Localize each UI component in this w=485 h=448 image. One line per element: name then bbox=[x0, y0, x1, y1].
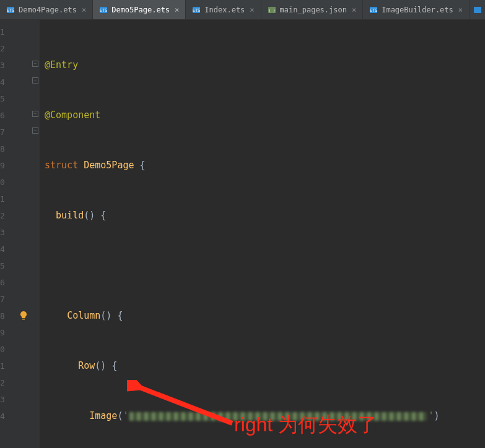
svg-text:ETS: ETS bbox=[370, 8, 378, 13]
code-area[interactable]: @Entry @Component struct Demo5Page { bui… bbox=[40, 20, 485, 448]
fold-toggle-icon[interactable]: − bbox=[32, 77, 38, 84]
parens: () bbox=[100, 308, 111, 324]
json-icon: { } bbox=[268, 6, 276, 14]
line-number: 1 bbox=[0, 191, 26, 207]
brace: { bbox=[106, 358, 117, 374]
parens: () bbox=[95, 358, 106, 374]
code-editor[interactable]: 1 2 3 4 5 6 7 8 9 0 1 2 3 4 5 6 7 8 9 0 … bbox=[0, 20, 485, 448]
file-icon: ETS bbox=[369, 6, 378, 14]
component: Row bbox=[78, 358, 95, 374]
tab-label: Index.ets bbox=[204, 6, 245, 14]
method: build bbox=[56, 207, 84, 224]
line-number: 4 bbox=[0, 408, 26, 424]
line-number: 6 bbox=[0, 274, 26, 291]
decorator: @Entry bbox=[45, 57, 78, 74]
tab-more[interactable] bbox=[470, 0, 485, 19]
file-icon bbox=[473, 6, 482, 14]
component: Column bbox=[67, 308, 100, 324]
component: Image bbox=[89, 408, 117, 424]
line-number: 9 bbox=[0, 324, 26, 341]
editor-tabs: ETS Demo4Page.ets × ETS Demo5Page.ets × … bbox=[0, 0, 485, 20]
line-number: 4 bbox=[0, 241, 26, 257]
line-number: 5 bbox=[0, 257, 26, 274]
annotation-text: right 为何失效了 bbox=[234, 411, 377, 439]
line-number: 2 bbox=[0, 374, 26, 391]
close-icon[interactable]: × bbox=[250, 6, 254, 14]
decorator: @Component bbox=[45, 107, 100, 124]
tab-label: main_pages.json bbox=[280, 6, 347, 14]
file-icon: ETS bbox=[6, 6, 15, 14]
line-number: 3 bbox=[0, 224, 26, 241]
tab-label: Demo4Page.ets bbox=[19, 6, 77, 14]
line-number: 1 bbox=[0, 24, 26, 40]
tab-demo4page[interactable]: ETS Demo4Page.ets × bbox=[0, 0, 93, 19]
tab-index[interactable]: ETS Index.ets × bbox=[186, 0, 261, 19]
fold-toggle-icon[interactable]: − bbox=[32, 61, 38, 67]
svg-rect-11 bbox=[22, 319, 25, 320]
fold-column: − − − − bbox=[31, 20, 40, 448]
line-number: 7 bbox=[0, 124, 26, 140]
close-icon[interactable]: × bbox=[175, 6, 179, 14]
paren: ( bbox=[117, 408, 123, 424]
close-icon[interactable]: × bbox=[82, 6, 86, 14]
fold-toggle-icon[interactable]: − bbox=[32, 111, 38, 117]
line-number: 9 bbox=[0, 157, 26, 174]
tab-mainpages[interactable]: { } main_pages.json × bbox=[261, 0, 364, 19]
line-number: 2 bbox=[0, 40, 26, 57]
fold-toggle-icon[interactable]: − bbox=[32, 127, 38, 134]
close-icon[interactable]: × bbox=[352, 6, 356, 14]
string-quote: ' bbox=[123, 408, 128, 424]
tab-label: Demo5Page.ets bbox=[111, 6, 170, 14]
svg-text:ETS: ETS bbox=[100, 8, 108, 13]
line-number: 4 bbox=[0, 74, 26, 90]
svg-rect-10 bbox=[474, 7, 481, 13]
tab-label: ImageBuilder.ets bbox=[382, 6, 453, 14]
brace: { bbox=[95, 207, 106, 224]
line-number: 3 bbox=[0, 391, 26, 408]
tab-imagebuilder[interactable]: ETS ImageBuilder.ets × bbox=[363, 0, 470, 19]
close-icon[interactable]: × bbox=[458, 6, 463, 14]
svg-text:ETS: ETS bbox=[7, 8, 15, 13]
keyword: struct bbox=[45, 157, 78, 174]
file-icon: ETS bbox=[99, 6, 108, 14]
line-number: 5 bbox=[0, 90, 26, 107]
line-number: 3 bbox=[0, 57, 26, 74]
svg-text:{ }: { } bbox=[268, 8, 275, 12]
svg-text:ETS: ETS bbox=[193, 8, 201, 13]
line-number: 6 bbox=[0, 107, 26, 124]
line-number: 1 bbox=[0, 358, 26, 374]
line-gutter: 1 2 3 4 5 6 7 8 9 0 1 2 3 4 5 6 7 8 9 0 … bbox=[0, 20, 31, 448]
line-number: 7 bbox=[0, 291, 26, 308]
string-quote: ' bbox=[428, 408, 434, 424]
lightbulb-icon[interactable] bbox=[19, 309, 28, 319]
parens: () bbox=[84, 207, 95, 224]
class-name: Demo5Page bbox=[84, 157, 134, 174]
tab-demo5page[interactable]: ETS Demo5Page.ets × bbox=[93, 0, 186, 19]
line-number: 0 bbox=[0, 341, 26, 358]
brace: { bbox=[134, 157, 146, 174]
line-number: 2 bbox=[0, 207, 26, 224]
line-number: 0 bbox=[0, 174, 26, 191]
line-number: 8 bbox=[0, 140, 26, 157]
file-icon: ETS bbox=[192, 6, 201, 14]
paren: ) bbox=[434, 408, 440, 424]
brace: { bbox=[111, 308, 123, 324]
